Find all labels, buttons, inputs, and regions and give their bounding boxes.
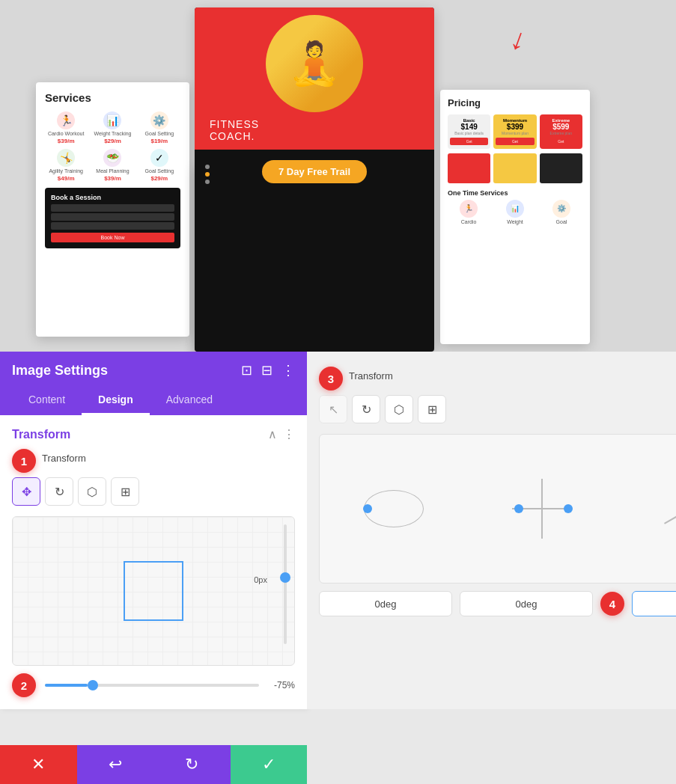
r-move-btn[interactable]: ↖ (319, 395, 347, 423)
service-item: 🤸 Agility Training $49/m (45, 149, 87, 182)
service-item: 🏃 Cardio Workout $39/m (45, 111, 87, 144)
v-slider-track[interactable] (284, 524, 287, 644)
undo-button[interactable]: ↩ (77, 745, 154, 784)
cancel-button[interactable]: ✕ (0, 745, 77, 784)
card-title: FITNESS Coach. (210, 118, 259, 142)
pricing-geo (448, 153, 582, 183)
panel-area: Image Settings ⊡ ⊟ ⋮ Content Design Adva… (0, 352, 676, 709)
collapse-btn[interactable]: ∧ (268, 427, 277, 441)
yoga-circle: 🧘 (266, 15, 363, 112)
r-rotate-btn[interactable]: ↻ (352, 395, 380, 423)
step-badge-2: 2 (12, 673, 36, 697)
h-slider-track[interactable] (45, 684, 259, 687)
plan-extreme: Extreme $599 Extreme plan Get (540, 114, 582, 149)
deg-input-3[interactable]: -30deg (632, 591, 676, 616)
trial-button[interactable]: 7 Day Free Trail (262, 160, 367, 183)
plan-basic: Basic $149 Basic plan details Get (448, 114, 490, 149)
pricing-plans: Basic $149 Basic plan details Get Moment… (448, 114, 582, 149)
panel-header: Image Settings ⊡ ⊟ ⋮ Content Design Adva… (0, 352, 307, 415)
circle-visual-2 (508, 475, 576, 542)
service-item: 📊 Weight Tracking $29/m (91, 111, 133, 144)
service-item: ⚙️ Goal Setting $19/m (138, 111, 180, 144)
pricing-title: Pricing (448, 97, 582, 108)
deg-input-1[interactable]: 0deg (319, 591, 452, 616)
panel-header-top: Image Settings ⊡ ⊟ ⋮ (12, 362, 295, 379)
card-center-nav (205, 165, 210, 184)
service-icon-5: 🥗 (103, 149, 121, 167)
service-icon-2: 📊 (103, 111, 121, 129)
service-item: 🥗 Meal Planning $39/m (91, 149, 133, 182)
services-title: Services (45, 91, 180, 104)
bottom-toolbar: ✕ ↩ ↻ ✓ (0, 745, 307, 784)
step-badge-1: 1 (12, 449, 36, 473)
transform-skew-btn[interactable]: ⬡ (78, 477, 106, 506)
canvas-area: 0px (12, 516, 295, 666)
section-header: Transform ∧ ⋮ (12, 415, 295, 449)
transform-icon-bar: ✥ ↻ ⬡ ⊞ (12, 477, 295, 506)
r-skew-btn[interactable]: ⬡ (385, 395, 413, 423)
arrow-icon: ↓ (506, 21, 532, 58)
right-canvas (319, 434, 676, 584)
transform-label-row: 1 Transform (12, 449, 295, 473)
panel-header-icons: ⊡ ⊟ ⋮ (241, 362, 295, 379)
r-scale-btn[interactable]: ⊞ (418, 395, 446, 423)
image-settings-panel: Image Settings ⊡ ⊟ ⋮ Content Design Adva… (0, 352, 307, 709)
section-controls: ∧ ⋮ (268, 427, 295, 441)
panel-title: Image Settings (12, 363, 108, 379)
expand-icon[interactable]: ⊡ (241, 362, 252, 379)
canvas-box (124, 561, 183, 621)
circle-dot-2b (564, 504, 573, 513)
service-icon-6: ✓ (150, 149, 168, 167)
h-slider-thumb[interactable] (88, 680, 98, 690)
service-item: ✓ Goal Setting $29/m (138, 149, 180, 182)
circle-dot-2a (514, 504, 523, 513)
columns-icon[interactable]: ⊟ (261, 362, 272, 379)
card-center-top: 🧘 FITNESS Coach. (195, 7, 434, 150)
redo-button[interactable]: ↻ (153, 745, 231, 784)
section-more-btn[interactable]: ⋮ (283, 427, 295, 441)
transform-move-btn[interactable]: ✥ (12, 477, 40, 506)
more-icon[interactable]: ⋮ (281, 362, 295, 379)
canvas-container: 0px 2 -75% (12, 516, 295, 697)
step-badge-4: 4 (600, 592, 624, 616)
tab-advanced[interactable]: Advanced (150, 386, 229, 415)
panel-body: Transform ∧ ⋮ 1 Transform ✥ ↻ ⬡ ⊞ (0, 415, 307, 709)
h-slider-area: 2 -75% (12, 673, 295, 697)
confirm-button[interactable]: ✓ (231, 745, 308, 784)
circle-dot-1 (363, 504, 372, 513)
one-time-label: One Time Services (448, 189, 582, 197)
h-slider-fill (45, 684, 88, 687)
circle-visual-3 (657, 475, 676, 542)
transform-scale-btn[interactable]: ⊞ (111, 477, 139, 506)
service-icon-3: ⚙️ (150, 111, 168, 129)
service-icon-1: 🏃 (57, 111, 75, 129)
services-card: Services 🏃 Cardio Workout $39/m 📊 Weight… (36, 82, 189, 337)
circle-visual-1 (360, 475, 427, 542)
transform-rotate-btn[interactable]: ↻ (45, 477, 73, 506)
right-transform-panel: 3 Transform ↖ ↻ ⬡ ⊞ (307, 352, 676, 709)
deg-row: 0deg 0deg 4 -30deg (319, 591, 676, 616)
plan-momentum: Momentum $399 Momentum plan Get (493, 114, 536, 149)
pricing-card: Pricing Basic $149 Basic plan details Ge… (440, 90, 590, 344)
v-slider-thumb[interactable] (280, 572, 290, 583)
book-session-form: Book a Session Book Now (45, 188, 180, 248)
service-grid: 🏃 Cardio Workout $39/m 📊 Weight Tracking… (45, 111, 180, 182)
right-transform-label-row: 3 Transform (319, 367, 676, 391)
right-icon-bar: ↖ ↻ ⬡ ⊞ (319, 395, 676, 423)
v-slider[interactable]: 0px (284, 524, 287, 658)
section-title: Transform (12, 428, 70, 441)
step-badge-3: 3 (319, 367, 343, 391)
left-transform-label: Transform (42, 453, 86, 464)
panel-tabs: Content Design Advanced (12, 386, 295, 415)
preview-area: Services 🏃 Cardio Workout $39/m 📊 Weight… (0, 0, 676, 352)
v-slider-label: 0px (254, 575, 267, 584)
fitness-coach-card: 🧘 FITNESS Coach. 7 Day Free Trail (195, 7, 434, 352)
tab-content[interactable]: Content (12, 386, 82, 415)
one-time-grid: 🏃 Cardio 📊 Weight ⚙️ Goal (448, 200, 582, 224)
tab-design[interactable]: Design (82, 386, 150, 415)
service-icon-4: 🤸 (57, 149, 75, 167)
right-transform-label: Transform (349, 370, 393, 382)
deg-input-2[interactable]: 0deg (460, 591, 593, 616)
h-slider-val: -75% (268, 680, 295, 690)
